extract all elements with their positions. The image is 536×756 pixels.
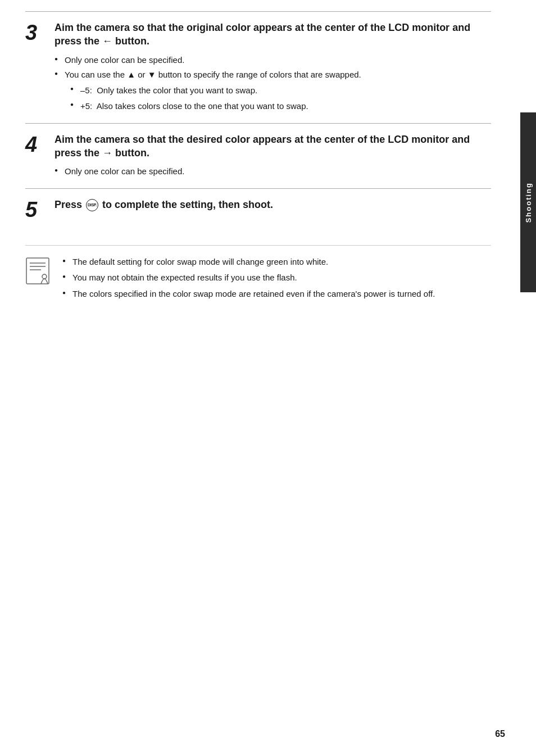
step-3-bullet-1: Only one color can be specified. xyxy=(54,54,491,67)
step-3-sub-bullets: –5: Only takes the color that you want t… xyxy=(70,84,491,113)
svg-point-4 xyxy=(42,274,47,279)
step-5-content: Press DISP. to complete the setting, the… xyxy=(54,198,491,217)
note-section: The default setting for color swap mode … xyxy=(25,245,491,310)
memo-icon xyxy=(25,257,52,304)
note-bullet-2: You may not obtain the expected results … xyxy=(62,271,491,284)
step-5-section: 5 Press DISP. to complete the setting, t… xyxy=(25,188,491,228)
step-5-title: Press DISP. to complete the setting, the… xyxy=(54,198,491,211)
note-bullets: The default setting for color swap mode … xyxy=(62,256,491,301)
memo-svg-icon xyxy=(25,257,52,288)
step-3-number: 3 xyxy=(25,21,54,43)
step-3-section: 3 Aim the camera so that the original co… xyxy=(25,11,491,123)
step-4-content: Aim the camera so that the desired color… xyxy=(54,133,491,180)
page-number: 65 xyxy=(495,729,505,739)
step-3-bullets: Only one color can be specified. You can… xyxy=(54,54,491,113)
note-bullet-1: The default setting for color swap mode … xyxy=(62,256,491,269)
svg-rect-0 xyxy=(26,258,49,284)
note-content: The default setting for color swap mode … xyxy=(62,256,491,304)
step-4-bullets: Only one color can be specified. xyxy=(54,165,491,178)
step-4-number: 4 xyxy=(25,133,54,155)
step-3-sub-1: –5: Only takes the color that you want t… xyxy=(70,84,491,97)
step-4-bullet-1: Only one color can be specified. xyxy=(54,165,491,178)
step-4-title: Aim the camera so that the desired color… xyxy=(54,133,491,160)
note-bullet-3: The colors specified in the color swap m… xyxy=(62,288,491,301)
step-4-section: 4 Aim the camera so that the desired col… xyxy=(25,123,491,188)
side-tab: Shooting xyxy=(520,112,536,292)
disp-button-icon: DISP. xyxy=(86,199,98,211)
step-3-title: Aim the camera so that the original colo… xyxy=(54,21,491,48)
step-5-number: 5 xyxy=(25,198,54,220)
step-3-bullet-2: You can use the ▲ or ▼ button to specify… xyxy=(54,69,491,113)
main-content: 3 Aim the camera so that the original co… xyxy=(0,0,519,326)
disp-label: DISP. xyxy=(88,202,97,207)
side-tab-label: Shooting xyxy=(524,182,533,223)
step-3-sub-2: +5: Also takes colors close to the one t… xyxy=(70,99,491,113)
page-container: Shooting 3 Aim the camera so that the or… xyxy=(0,0,536,756)
step-3-content: Aim the camera so that the original colo… xyxy=(54,21,491,115)
